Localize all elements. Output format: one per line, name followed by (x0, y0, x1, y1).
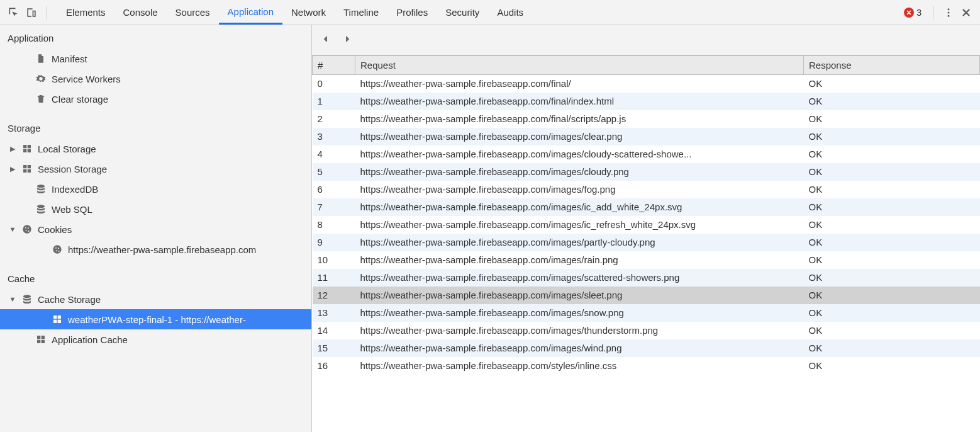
table-row[interactable]: 5https://weather-pwa-sample.firebaseapp.… (313, 163, 980, 181)
db-icon (21, 293, 33, 305)
table-row[interactable]: 3https://weather-pwa-sample.firebaseapp.… (313, 128, 980, 145)
cell-n: 1 (313, 93, 355, 110)
table-row[interactable]: 14https://weather-pwa-sample.firebaseapp… (313, 322, 980, 339)
table-row[interactable]: 2https://weather-pwa-sample.firebaseapp.… (313, 110, 980, 128)
close-devtools-button[interactable] (957, 4, 975, 21)
expand-arrow-icon: ▶ (9, 145, 16, 153)
cell-resp: OK (804, 339, 980, 357)
table-row[interactable]: 1https://weather-pwa-sample.firebaseapp.… (313, 93, 980, 110)
cell-req: https://weather-pwa-sample.firebaseapp.c… (355, 216, 804, 234)
tab-network[interactable]: Network (282, 0, 335, 25)
table-row[interactable]: 9https://weather-pwa-sample.firebaseapp.… (313, 234, 980, 251)
sidebar-item[interactable]: weatherPWA-step-final-1 - https://weathe… (0, 309, 311, 329)
cache-table: # Request Response 0https://weather-pwa-… (312, 55, 980, 375)
cell-req: https://weather-pwa-sample.firebaseapp.c… (355, 128, 804, 145)
nav-back-button[interactable] (321, 34, 331, 46)
sidebar-item-label: Cookies (38, 224, 72, 235)
inspect-element-button[interactable] (5, 4, 23, 21)
svg-point-2 (948, 14, 950, 16)
tab-application[interactable]: Application (219, 0, 282, 25)
expand-arrow-icon: ▼ (9, 295, 16, 303)
table-row[interactable]: 12https://weather-pwa-sample.firebaseapp… (313, 287, 980, 304)
tab-console[interactable]: Console (114, 0, 167, 25)
table-row[interactable]: 7https://weather-pwa-sample.firebaseapp.… (313, 198, 980, 216)
sidebar-item-label: weatherPWA-step-final-1 - https://weathe… (68, 314, 246, 325)
cell-req: https://weather-pwa-sample.firebaseapp.c… (355, 339, 804, 357)
cell-resp: OK (804, 251, 980, 269)
expand-arrow-icon: ▼ (9, 225, 16, 233)
cell-n: 14 (313, 322, 355, 339)
cell-n: 3 (313, 128, 355, 145)
cell-resp: OK (804, 75, 980, 93)
tab-elements[interactable]: Elements (57, 0, 114, 25)
sidebar-item-label: Web SQL (52, 204, 92, 215)
cell-resp: OK (804, 145, 980, 163)
table-row[interactable]: 8https://weather-pwa-sample.firebaseapp.… (313, 216, 980, 234)
sidebar-item[interactable]: Web SQL (0, 199, 311, 219)
cell-resp: OK (804, 322, 980, 339)
cell-n: 6 (313, 181, 355, 198)
sidebar-item[interactable]: Application Cache (0, 329, 311, 350)
sidebar-item[interactable]: ▼Cache Storage (0, 289, 311, 309)
sidebar-item[interactable]: Service Workers (0, 69, 311, 89)
cell-n: 16 (313, 357, 355, 375)
cell-n: 12 (313, 287, 355, 304)
cell-req: https://weather-pwa-sample.firebaseapp.c… (355, 181, 804, 198)
cell-n: 13 (313, 304, 355, 322)
tab-sources[interactable]: Sources (167, 0, 219, 25)
cell-resp: OK (804, 128, 980, 145)
table-row[interactable]: 11https://weather-pwa-sample.firebaseapp… (313, 269, 980, 287)
gear-icon (35, 73, 47, 84)
sidebar-item[interactable]: Clear storage (0, 89, 311, 109)
sidebar-item-label: Session Storage (38, 164, 107, 174)
table-row[interactable]: 15https://weather-pwa-sample.firebaseapp… (313, 339, 980, 357)
trash-icon (35, 93, 47, 105)
grid-icon (35, 334, 47, 345)
sidebar-group-storage: Storage (0, 115, 311, 139)
sidebar-item-label: Local Storage (38, 144, 96, 154)
cell-n: 8 (313, 216, 355, 234)
application-sidebar: ApplicationManifestService WorkersClear … (0, 25, 312, 432)
separator (933, 6, 933, 20)
tab-audits[interactable]: Audits (488, 0, 532, 25)
table-row[interactable]: 0https://weather-pwa-sample.firebaseapp.… (313, 75, 980, 93)
col-header-request[interactable]: Request (355, 56, 804, 75)
cell-n: 9 (313, 234, 355, 251)
error-count-pill[interactable]: 3 (899, 8, 927, 18)
cell-n: 0 (313, 75, 355, 93)
sidebar-item[interactable]: IndexedDB (0, 179, 311, 199)
cell-n: 2 (313, 110, 355, 128)
file-icon (35, 53, 47, 64)
sidebar-item[interactable]: Manifest (0, 48, 311, 69)
tab-security[interactable]: Security (437, 0, 488, 25)
device-toggle-button[interactable] (23, 4, 40, 21)
sidebar-item-label: Cache Storage (38, 294, 101, 305)
cell-resp: OK (804, 269, 980, 287)
table-row[interactable]: 6https://weather-pwa-sample.firebaseapp.… (313, 181, 980, 198)
more-menu-button[interactable] (940, 4, 957, 21)
tab-timeline[interactable]: Timeline (335, 0, 387, 25)
cell-resp: OK (804, 357, 980, 375)
grid-icon (52, 314, 63, 325)
cell-req: https://weather-pwa-sample.firebaseapp.c… (355, 93, 804, 110)
cell-resp: OK (804, 181, 980, 198)
sidebar-item[interactable]: ▼Cookies (0, 219, 311, 239)
col-header-response[interactable]: Response (804, 56, 980, 75)
col-header-index[interactable]: # (313, 56, 355, 75)
table-row[interactable]: 10https://weather-pwa-sample.firebaseapp… (313, 251, 980, 269)
cache-nav-toolbar (312, 25, 980, 55)
cell-req: https://weather-pwa-sample.firebaseapp.c… (355, 304, 804, 322)
sidebar-item[interactable]: ▶Session Storage (0, 159, 311, 179)
table-row[interactable]: 16https://weather-pwa-sample.firebaseapp… (313, 357, 980, 375)
table-row[interactable]: 4https://weather-pwa-sample.firebaseapp.… (313, 145, 980, 163)
nav-forward-button[interactable] (342, 34, 352, 46)
sidebar-item-label: IndexedDB (52, 184, 98, 195)
sidebar-item-label: Clear storage (52, 94, 108, 105)
table-row[interactable]: 13https://weather-pwa-sample.firebaseapp… (313, 304, 980, 322)
sidebar-group-application: Application (0, 25, 311, 48)
cell-req: https://weather-pwa-sample.firebaseapp.c… (355, 234, 804, 251)
sidebar-item[interactable]: ▶Local Storage (0, 139, 311, 159)
tab-profiles[interactable]: Profiles (387, 0, 437, 25)
sidebar-item[interactable]: https://weather-pwa-sample.firebaseapp.c… (0, 239, 311, 259)
cell-resp: OK (804, 287, 980, 304)
